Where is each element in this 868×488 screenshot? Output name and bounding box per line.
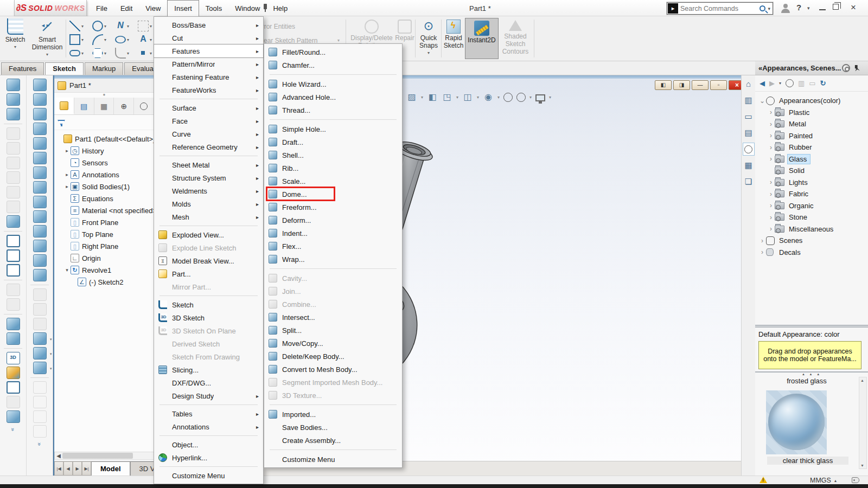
close-button[interactable]: ×: [851, 2, 856, 13]
menu-item-delete-keep-body[interactable]: Delete/Keep Body...: [264, 350, 402, 363]
toolbar-button[interactable]: [7, 186, 20, 198]
panel-splitter-handle[interactable]: ●: [54, 93, 154, 98]
search-dropdown-icon[interactable]: ▾: [768, 6, 770, 11]
toolbar-button[interactable]: [7, 142, 20, 155]
toolbar-overflow-chevron-icon[interactable]: »: [36, 442, 43, 446]
open-folder-icon[interactable]: ▭: [809, 79, 815, 87]
menu-item-curve[interactable]: Curve▸: [154, 127, 263, 140]
forum-tab-icon[interactable]: ❏: [743, 175, 755, 188]
rapid-sketch-button[interactable]: Rapid Sketch: [443, 20, 464, 49]
spline-tool-icon[interactable]: N: [115, 21, 126, 31]
instant2d-button[interactable]: Instant2D: [465, 18, 499, 59]
tree-horizontal-scrollbar[interactable]: ◀: [54, 452, 155, 460]
menu-item-model-break-view[interactable]: ][Model Break View...: [154, 254, 263, 267]
menu-item-sketch[interactable]: Sketch: [154, 298, 263, 311]
toolbar-button[interactable]: ▾: [33, 332, 47, 345]
expander-icon[interactable]: ▸: [63, 184, 71, 189]
menu-item-shell[interactable]: Shell...: [264, 149, 402, 162]
toolbar-button[interactable]: [33, 425, 47, 438]
spline-dropdown-icon[interactable]: ▾: [127, 24, 129, 29]
toolbar-button[interactable]: [7, 235, 20, 247]
menu-item-reference-geometry[interactable]: Reference Geometry▸: [154, 140, 263, 153]
menu-item-featureworks[interactable]: FeatureWorks▸: [154, 84, 263, 97]
expander-icon[interactable]: ›: [767, 190, 775, 198]
doc-tile-vertical-button[interactable]: ◧: [655, 80, 672, 90]
menu-item-join[interactable]: Join...: [264, 285, 402, 298]
tree-item-sensors[interactable]: ◔Sensors: [54, 157, 154, 169]
add-appearance-icon[interactable]: ▥: [798, 79, 805, 87]
toolbar-button[interactable]: [7, 318, 20, 330]
appearance-tree-item-decals[interactable]: ›Decals: [755, 247, 868, 259]
menu-item-tables[interactable]: Tables▸: [154, 407, 263, 420]
hide-show-dropdown-icon[interactable]: ▾: [497, 95, 500, 100]
arc-tool-icon[interactable]: [92, 34, 103, 45]
toolbar-button[interactable]: [33, 254, 47, 267]
menu-item-draft[interactable]: Draft...: [264, 136, 402, 149]
linear-pattern-dropdown-icon[interactable]: ▾: [337, 38, 340, 43]
toolbar-button[interactable]: [7, 381, 20, 394]
tree-item-front-plane[interactable]: ▯Front Plane: [54, 216, 154, 228]
menu-item-3d-sketch[interactable]: 3D3D Sketch: [154, 311, 263, 324]
hide-show-icon[interactable]: ◉: [483, 92, 494, 102]
dropdown-icon[interactable]: ▾: [50, 337, 52, 342]
display-style-icon[interactable]: ◫: [462, 92, 473, 102]
menu-item-face[interactable]: Face▸: [154, 114, 263, 127]
toolbar-button[interactable]: [7, 410, 20, 423]
scroll-up-icon[interactable]: ▲: [860, 378, 864, 382]
menubar-item-file[interactable]: File: [90, 0, 114, 16]
menu-item-molds[interactable]: Molds▸: [154, 197, 263, 210]
appearance-tree-item-scenes[interactable]: ›Scenes: [755, 235, 868, 247]
appearance-tree-item-lights[interactable]: ›Lights: [755, 177, 868, 189]
menu-item-annotations[interactable]: Annotations▸: [154, 420, 263, 433]
toolbar-button[interactable]: [33, 79, 47, 91]
toolbar-button[interactable]: [7, 396, 20, 408]
forward-icon[interactable]: ▶: [769, 79, 775, 87]
shaded-sketch-contours-button[interactable]: Shaded Sketch Contours: [500, 18, 531, 55]
toolbar-button[interactable]: [33, 108, 47, 120]
dropdown-icon[interactable]: ▾: [50, 367, 52, 371]
menu-item-rib[interactable]: Rib...: [264, 162, 402, 175]
appearance-tree-item-solid[interactable]: Solid: [755, 165, 868, 177]
menu-item-object[interactable]: Object...: [154, 438, 263, 451]
appearance-tree-item-miscellaneous[interactable]: ›Miscellaneous: [755, 223, 868, 235]
toolbar-button[interactable]: [7, 79, 20, 91]
view-orientation-icon[interactable]: ◳: [442, 92, 452, 102]
toolbar-button[interactable]: [33, 318, 47, 330]
menu-item-save-bodies[interactable]: Save Bodies...: [264, 421, 402, 434]
menu-item-freeform[interactable]: Freeform...: [264, 201, 402, 214]
toolbar-button[interactable]: [7, 264, 20, 277]
toolbar-button[interactable]: [33, 123, 47, 135]
menu-item-convert-to-mesh-body[interactable]: Convert to Mesh Body...: [264, 363, 402, 376]
toolbar-button[interactable]: [33, 210, 47, 223]
toolbar-button[interactable]: [33, 137, 47, 150]
doc-tile-horizontal-button[interactable]: ◨: [673, 80, 690, 90]
menu-item-fillet-round[interactable]: Fillet/Round...: [264, 46, 402, 59]
evaluate-dropdown-icon[interactable]: ▾: [421, 95, 423, 100]
toolbar-button[interactable]: [33, 288, 47, 301]
section-view-icon[interactable]: ◧: [427, 92, 438, 102]
tab-displaymanager[interactable]: [134, 98, 154, 114]
sketch-fillet-tool-icon[interactable]: [115, 48, 126, 59]
tree-item-sketch2[interactable]: ∠(-) Sketch2: [54, 276, 154, 288]
menu-item-dome[interactable]: Dome...: [264, 188, 402, 201]
expander-icon[interactable]: ›: [767, 178, 775, 186]
toolbar-button[interactable]: [7, 157, 20, 169]
toolbar-button[interactable]: [7, 171, 20, 184]
menu-item-hole-wizard[interactable]: Hole Wizard...: [264, 78, 402, 91]
menu-item-flex[interactable]: Flex...: [264, 240, 402, 253]
search-icon[interactable]: [760, 5, 765, 11]
flask-model[interactable]: [381, 108, 554, 445]
expander-icon[interactable]: ⌄: [758, 97, 766, 105]
smart-dimension-dropdown-icon[interactable]: ▾: [46, 52, 48, 57]
polygon-dropdown-icon[interactable]: ▾: [104, 51, 106, 56]
command-tab-markup[interactable]: Markup: [85, 62, 123, 75]
gear-icon[interactable]: [842, 64, 850, 72]
menu-item-dxf-dwg[interactable]: DXF/DWG...: [154, 376, 263, 389]
menu-item-boss-base[interactable]: Boss/Base▸: [154, 18, 263, 31]
expander-icon[interactable]: ▾: [63, 267, 71, 273]
appearance-tree-item-rubber[interactable]: ›Rubber: [755, 142, 868, 153]
apply-scene-icon[interactable]: [516, 93, 526, 102]
expander-icon[interactable]: ▸: [63, 148, 71, 153]
quick-snaps-dropdown-icon[interactable]: ▾: [427, 50, 430, 55]
home-tab-icon[interactable]: ⌂: [743, 78, 755, 91]
